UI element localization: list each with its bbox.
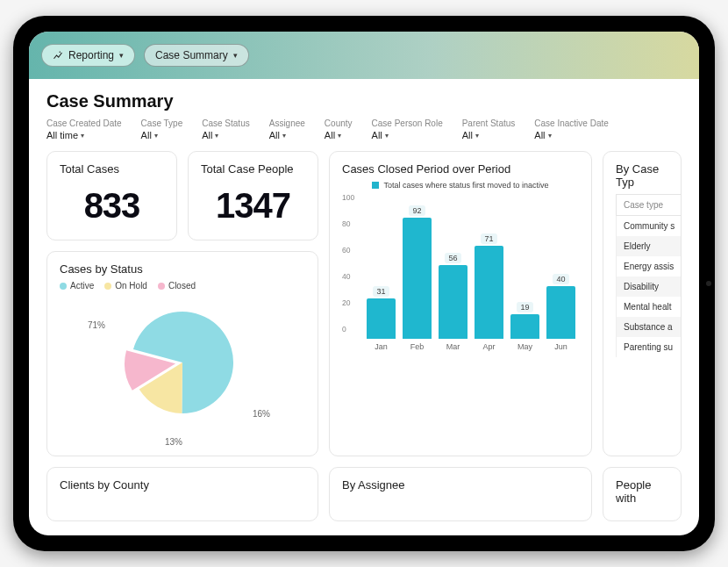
reporting-dropdown[interactable]: Reporting ▾ — [41, 44, 135, 67]
table-row[interactable]: Parenting su — [617, 337, 682, 357]
legend-swatch — [60, 283, 67, 290]
y-axis: 100806040200 — [342, 193, 354, 334]
bar-value-label: 19 — [517, 302, 532, 312]
bar-column: 40Jun — [546, 274, 575, 351]
legend-text: Closed — [168, 281, 196, 291]
table-row[interactable]: Disability — [617, 276, 682, 297]
bar-x-label: May — [517, 342, 532, 351]
filter-label: Case Person Role — [372, 118, 443, 128]
filter-label: Case Status — [202, 118, 249, 128]
table-row[interactable]: Community s — [617, 216, 682, 237]
case-summary-label: Case Summary — [155, 49, 228, 61]
filter-value[interactable]: All ▾ — [269, 130, 305, 140]
filter: Case StatusAll ▾ — [202, 118, 249, 140]
bar-column: 19May — [510, 302, 539, 352]
by-assignee-card: By Assignee — [329, 467, 592, 521]
table-row[interactable]: Energy assis — [617, 256, 682, 276]
chart-icon — [53, 50, 63, 61]
case-type-cell: Community s — [617, 216, 682, 237]
filter-label: Case Created Date — [46, 118, 122, 128]
bar — [367, 298, 396, 340]
bar-column: 31Jan — [367, 286, 396, 352]
bar-column: 56Mar — [439, 253, 467, 351]
table-row[interactable]: Elderly — [617, 236, 682, 256]
bar-x-label: Jun — [554, 342, 567, 351]
table-row[interactable]: Substance a — [617, 317, 682, 337]
filter-value[interactable]: All ▾ — [462, 130, 516, 140]
chevron-down-icon: ▾ — [119, 51, 124, 60]
table-row[interactable]: Mental healt — [617, 297, 682, 317]
case-type-table: Case type Community sElderlyEnergy assis… — [616, 194, 682, 357]
svg-point-0 — [60, 52, 61, 54]
filter-value[interactable]: All time ▾ — [46, 130, 122, 140]
dashboard-grid: Total Cases 833 Total Case People 1347 C… — [46, 151, 682, 456]
bar-value-label: 71 — [481, 233, 496, 244]
page-title: Case Summary — [46, 91, 682, 111]
by-case-type-title: By Case Typ — [616, 162, 668, 189]
bar — [439, 265, 467, 339]
topbar: Reporting ▾ Case Summary ▾ — [29, 32, 699, 79]
legend-swatch — [104, 283, 111, 290]
total-cases-value: 833 — [60, 181, 164, 229]
content-area: Case Summary Case Created DateAll time ▾… — [29, 79, 699, 535]
screen: Reporting ▾ Case Summary ▾ Case Summary … — [29, 32, 699, 535]
by-assignee-title: By Assignee — [342, 478, 579, 492]
case-type-cell: Elderly — [617, 236, 682, 256]
legend-text: Active — [70, 281, 94, 291]
bar-x-label: Jan — [375, 342, 388, 351]
case-type-cell: Energy assis — [617, 256, 682, 276]
y-tick: 0 — [342, 325, 354, 334]
filter-label: Case Type — [141, 118, 183, 128]
bars-container: 31Jan92Feb56Mar71Apr19May40Jun — [363, 211, 579, 351]
filter: Case TypeAll ▾ — [141, 118, 183, 140]
chevron-down-icon: ▾ — [154, 132, 158, 140]
reporting-label: Reporting — [68, 49, 114, 61]
filter-label: Case Inactive Date — [534, 118, 609, 128]
bar — [403, 218, 432, 339]
bar-value-label: 56 — [445, 253, 460, 263]
bar — [546, 286, 575, 339]
bar-x-label: Mar — [446, 342, 460, 351]
pie-chart: 71% 16% 13% — [60, 296, 305, 445]
pie-legend: ActiveOn HoldClosed — [60, 281, 305, 291]
bar-x-label: Feb — [410, 342, 425, 351]
case-type-header: Case type — [617, 195, 682, 216]
filter-row: Case Created DateAll time ▾Case TypeAll … — [46, 118, 682, 140]
cases-by-status-card: Cases by Status ActiveOn HoldClosed 71% … — [46, 251, 318, 456]
pie-label-onhold: 16% — [253, 409, 270, 419]
tablet-camera-dot — [706, 281, 711, 286]
bar-column: 71Apr — [475, 233, 503, 352]
by-case-type-card: By Case Typ Case type Community sElderly… — [603, 151, 682, 456]
filter-value[interactable]: All ▾ — [534, 130, 609, 140]
case-type-cell: Disability — [617, 276, 682, 297]
kpi-row: Total Cases 833 Total Case People 1347 — [46, 151, 318, 240]
people-with-card: People with — [603, 467, 682, 521]
cases-by-status-title: Cases by Status — [60, 262, 305, 276]
filter-label: Assignee — [269, 118, 305, 128]
filter-value[interactable]: All ▾ — [141, 130, 183, 140]
y-tick: 20 — [342, 298, 354, 307]
filter: AssigneeAll ▾ — [269, 118, 305, 140]
y-tick: 100 — [342, 193, 354, 202]
case-type-cell: Substance a — [617, 317, 682, 337]
total-people-value: 1347 — [201, 181, 305, 229]
bar — [475, 246, 503, 340]
bar-chart: 100806040200 31Jan92Feb56Mar71Apr19May40… — [342, 193, 579, 351]
case-summary-dropdown[interactable]: Case Summary ▾ — [144, 44, 249, 67]
filter-value[interactable]: All ▾ — [372, 130, 443, 140]
filter-value[interactable]: All ▾ — [325, 130, 353, 140]
chevron-down-icon: ▾ — [215, 132, 218, 140]
filter: Case Created DateAll time ▾ — [46, 118, 122, 140]
filter-value[interactable]: All ▾ — [202, 130, 249, 140]
bar-x-label: Apr — [482, 342, 495, 351]
bar-column: 92Feb — [403, 205, 432, 351]
legend-text: On Hold — [115, 281, 147, 291]
legend-swatch — [372, 182, 379, 189]
bar-legend: Total cases where status first moved to … — [342, 181, 579, 190]
chevron-down-icon: ▾ — [282, 132, 286, 140]
clients-by-county-title: Clients by County — [60, 478, 305, 492]
clients-by-county-card: Clients by County — [46, 467, 318, 521]
chevron-down-icon: ▾ — [385, 132, 389, 140]
bar-legend-text: Total cases where status first moved to … — [383, 181, 548, 190]
y-tick: 60 — [342, 246, 354, 255]
